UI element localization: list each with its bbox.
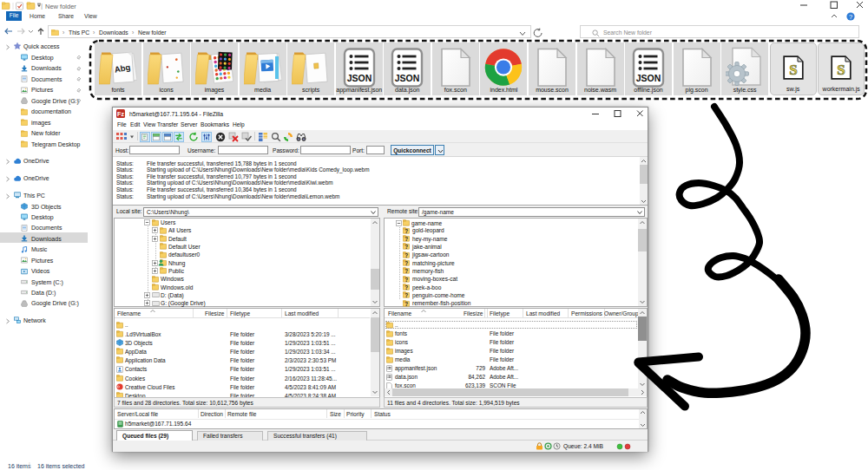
svg-text:S: S	[837, 62, 845, 78]
svg-text:?: ?	[404, 276, 408, 282]
svg-text:?: ?	[404, 284, 408, 290]
svg-text:?: ?	[404, 228, 408, 234]
svg-text:JSON: JSON	[636, 73, 661, 83]
svg-text:?: ?	[404, 260, 408, 266]
svg-text:?: ?	[849, 13, 852, 21]
svg-text:S: S	[789, 62, 797, 78]
svg-text:?: ?	[404, 251, 408, 258]
svg-text:?: ?	[404, 244, 408, 250]
svg-text:?: ?	[404, 292, 408, 298]
svg-text:?: ?	[404, 236, 408, 242]
svg-text:?: ?	[404, 268, 408, 274]
svg-text:Fz: Fz	[117, 111, 124, 117]
svg-text:?: ?	[404, 300, 408, 306]
svg-text:JSON: JSON	[347, 73, 372, 83]
svg-text:JSON: JSON	[395, 73, 420, 83]
